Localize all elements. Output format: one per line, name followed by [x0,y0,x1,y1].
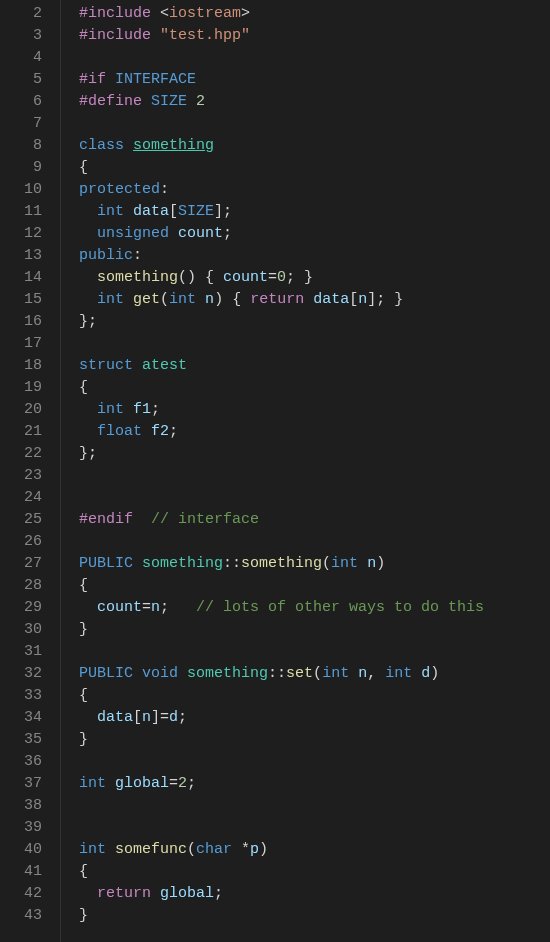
token-punct [79,291,97,308]
code-line[interactable] [79,531,484,553]
token-punct [79,225,97,242]
token-punct [106,71,115,88]
token-punct: ]; [214,203,232,220]
code-line[interactable]: { [79,685,484,707]
code-line[interactable]: #include <iostream> [79,3,484,25]
token-punct [142,93,151,110]
code-line[interactable]: return global; [79,883,484,905]
token-macro: INTERFACE [115,71,196,88]
line-number: 10 [0,179,42,201]
token-punct [133,555,142,572]
code-line[interactable]: } [79,619,484,641]
code-line[interactable]: { [79,157,484,179]
token-punct [106,775,115,792]
code-line[interactable]: }; [79,311,484,333]
code-line[interactable]: int global=2; [79,773,484,795]
code-line[interactable]: unsigned count; [79,223,484,245]
code-line[interactable]: float f2; [79,421,484,443]
token-punct: } [79,907,88,924]
code-line[interactable] [79,333,484,355]
token-punct: { [79,577,88,594]
code-line[interactable] [79,751,484,773]
line-number: 26 [0,531,42,553]
code-line[interactable]: data[n]=d; [79,707,484,729]
token-punct: } [79,731,88,748]
token-kw: int [79,775,106,792]
code-line[interactable]: }; [79,443,484,465]
code-area[interactable]: #include <iostream>#include "test.hpp" #… [61,0,484,942]
code-line[interactable] [79,47,484,69]
code-line[interactable] [79,113,484,135]
token-var: count [223,269,268,286]
code-line[interactable]: #endif // interface [79,509,484,531]
token-kw: int [97,401,124,418]
code-line[interactable] [79,641,484,663]
line-number: 21 [0,421,42,443]
code-line[interactable] [79,817,484,839]
code-line[interactable]: #include "test.hpp" [79,25,484,47]
token-punct: ) [259,841,268,858]
token-punct [124,203,133,220]
token-kw: int [79,841,106,858]
token-kw: struct [79,357,133,374]
line-number: 24 [0,487,42,509]
token-kwctrl: return [250,291,304,308]
code-line[interactable]: int data[SIZE]; [79,201,484,223]
token-punct: < [151,5,169,22]
token-punct [358,555,367,572]
code-line[interactable]: something() { count=0; } [79,267,484,289]
token-punct [133,511,151,528]
token-punct [79,599,97,616]
token-punct [133,357,142,374]
token-punct: , [367,665,385,682]
token-pp: #endif [79,511,133,528]
token-var: n [142,709,151,726]
token-punct: ; [178,709,187,726]
token-punct: :: [223,555,241,572]
code-line[interactable] [79,465,484,487]
code-line[interactable]: { [79,575,484,597]
code-line[interactable]: protected: [79,179,484,201]
token-punct [124,291,133,308]
token-punct [151,27,160,44]
code-editor[interactable]: 2345678910111213141516171819202122232425… [0,0,550,942]
token-punct: } [79,621,88,638]
token-punct: = [268,269,277,286]
token-fn: set [286,665,313,682]
code-line[interactable]: { [79,861,484,883]
code-line[interactable]: int f1; [79,399,484,421]
line-number: 34 [0,707,42,729]
line-number: 27 [0,553,42,575]
token-kw: int [169,291,196,308]
code-line[interactable]: #define SIZE 2 [79,91,484,113]
line-number: 15 [0,289,42,311]
code-line[interactable]: { [79,377,484,399]
code-line[interactable]: } [79,905,484,927]
code-line[interactable]: PUBLIC something::something(int n) [79,553,484,575]
code-line[interactable]: class something [79,135,484,157]
code-line[interactable]: public: [79,245,484,267]
code-line[interactable]: struct atest [79,355,484,377]
token-num: 0 [277,269,286,286]
token-str: "test.hpp" [160,27,250,44]
token-type: something [142,555,223,572]
token-kw: int [322,665,349,682]
token-var: data [313,291,349,308]
line-number: 11 [0,201,42,223]
code-line[interactable]: int somefunc(char *p) [79,839,484,861]
token-punct: () { [178,269,223,286]
token-cmt: // lots of other ways to do this [196,599,484,616]
token-param: d [421,665,430,682]
line-number: 20 [0,399,42,421]
token-macro: PUBLIC [79,665,133,682]
token-kw: int [97,291,124,308]
code-line[interactable] [79,487,484,509]
code-line[interactable] [79,795,484,817]
code-line[interactable]: PUBLIC void something::set(int n, int d) [79,663,484,685]
code-line[interactable]: } [79,729,484,751]
code-line[interactable]: #if INTERFACE [79,69,484,91]
code-line[interactable]: count=n; // lots of other ways to do thi… [79,597,484,619]
token-kw: class [79,137,124,154]
code-line[interactable]: int get(int n) { return data[n]; } [79,289,484,311]
line-number: 41 [0,861,42,883]
